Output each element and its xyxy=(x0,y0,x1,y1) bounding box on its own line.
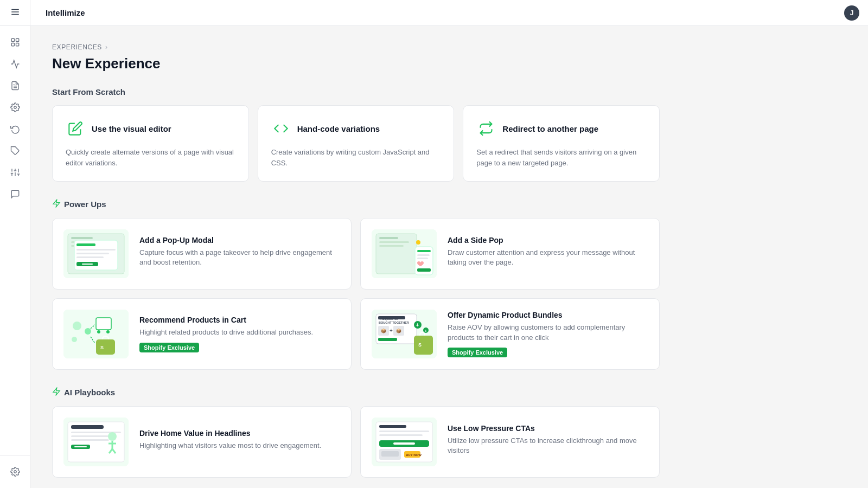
svg-text:+: + xyxy=(425,329,427,333)
sidebar-item-bottom-settings[interactable] xyxy=(5,462,25,481)
main-content: EXPERIENCES › New Experience Start From … xyxy=(30,26,868,488)
svg-point-54 xyxy=(106,330,110,333)
svg-point-42 xyxy=(416,240,420,245)
svg-rect-82 xyxy=(71,435,114,437)
svg-point-51 xyxy=(72,337,77,342)
sidebar-item-reports[interactable] xyxy=(5,76,25,95)
low-pressure-ctas-image: BUY NOW xyxy=(372,418,437,466)
card-visual-editor-title: Use the visual editor xyxy=(92,124,171,133)
playbook-grid: Drive Home Value in Headlines Highlighti… xyxy=(52,406,660,478)
svg-point-49 xyxy=(73,322,81,330)
headlines-title: Drive Home Value in Headlines xyxy=(139,429,340,438)
card-recommend-products[interactable]: S Recommend Products in Cart Highlight r… xyxy=(52,298,352,370)
svg-text:BUY NOW: BUY NOW xyxy=(406,453,422,457)
sidebar-bottom xyxy=(0,455,30,488)
svg-rect-39 xyxy=(379,237,398,239)
recommend-products-image: S xyxy=(63,310,129,358)
card-hand-code[interactable]: Hand-code variations Create variations b… xyxy=(258,105,455,182)
svg-text:S: S xyxy=(100,345,104,350)
card-visual-editor[interactable]: Use the visual editor Quickly create alt… xyxy=(52,105,249,182)
card-visual-editor-header: Use the visual editor xyxy=(66,119,235,138)
sidebar-item-filters[interactable] xyxy=(5,163,25,182)
svg-rect-32 xyxy=(76,249,116,251)
svg-rect-101 xyxy=(381,451,399,457)
svg-rect-97 xyxy=(393,442,415,445)
sidebar-item-settings-gear[interactable] xyxy=(5,98,25,117)
svg-rect-95 xyxy=(379,434,423,436)
svg-rect-38 xyxy=(376,234,417,274)
powerups-section-heading: Power Ups xyxy=(52,199,660,209)
sidebar-item-analytics[interactable] xyxy=(5,54,25,74)
svg-text:FREQUENTLY: FREQUENTLY xyxy=(379,317,399,320)
svg-rect-83 xyxy=(71,439,109,441)
low-pressure-ctas-desc: Utilize low pressure CTAs to increase cl… xyxy=(448,436,648,455)
svg-rect-31 xyxy=(76,243,95,246)
svg-text:BOUGHT TOGETHER: BOUGHT TOGETHER xyxy=(379,321,409,324)
scratch-section-heading: Start From Scratch xyxy=(52,87,660,97)
svg-point-86 xyxy=(108,432,117,441)
breadcrumb-chevron-icon: › xyxy=(105,43,108,51)
powerup-grid: Add a Pop-Up Modal Capture focus with a … xyxy=(52,218,660,370)
svg-rect-94 xyxy=(379,431,429,432)
sidebar-nav xyxy=(5,26,25,455)
headlines-image xyxy=(63,418,129,466)
svg-rect-80 xyxy=(71,425,104,429)
topbar: Intellimize J xyxy=(0,0,868,26)
svg-rect-93 xyxy=(379,425,406,428)
svg-rect-4 xyxy=(16,38,18,41)
card-visual-editor-desc: Quickly create alternate versions of a p… xyxy=(66,147,235,168)
svg-rect-45 xyxy=(417,254,430,256)
svg-point-53 xyxy=(97,330,100,333)
sidebar-item-dashboard[interactable] xyxy=(5,33,25,52)
sidebar-item-history[interactable] xyxy=(5,119,25,139)
card-headlines[interactable]: Drive Home Value in Headlines Highlighti… xyxy=(52,406,352,478)
low-pressure-ctas-content: Use Low Pressure CTAs Utilize low pressu… xyxy=(448,424,648,460)
card-redirect-desc: Set a redirect that sends visitors arriv… xyxy=(476,147,646,168)
popup-modal-desc: Capture focus with a page takeover to he… xyxy=(139,248,340,267)
edit-icon xyxy=(66,119,85,138)
svg-text:📦: 📦 xyxy=(381,328,386,333)
popup-modal-image xyxy=(63,229,129,278)
popup-modal-title: Add a Pop-Up Modal xyxy=(139,236,340,245)
card-low-pressure-ctas[interactable]: BUY NOW Use Low Pressure CTAs Utilize lo… xyxy=(360,406,660,478)
svg-text:S: S xyxy=(418,342,422,348)
recommend-products-content: Recommend Products in Cart Highlight rel… xyxy=(139,316,340,352)
product-bundles-title: Offer Dynamic Product Bundles xyxy=(448,311,648,319)
product-bundles-desc: Raise AOV by allowing customers to add c… xyxy=(448,323,648,342)
svg-marker-24 xyxy=(53,200,60,207)
sidebar-item-integrations[interactable] xyxy=(5,141,25,160)
svg-rect-46 xyxy=(417,258,428,259)
sidebar-item-messages[interactable] xyxy=(5,184,25,204)
menu-icon[interactable] xyxy=(10,7,20,19)
card-hand-code-desc: Create variations by writing custom Java… xyxy=(271,147,441,168)
svg-rect-41 xyxy=(379,245,404,247)
page-title: New Experience xyxy=(52,55,660,72)
shopify-badge-recommend: Shopify Exclusive xyxy=(139,343,199,352)
playbooks-icon xyxy=(52,387,61,397)
card-side-pop[interactable]: Add a Side Pop Draw customer attention a… xyxy=(360,218,660,290)
breadcrumb-parent[interactable]: EXPERIENCES xyxy=(52,43,102,51)
svg-rect-44 xyxy=(417,250,431,252)
card-hand-code-header: Hand-code variations xyxy=(271,119,441,138)
powerups-icon xyxy=(52,199,61,209)
side-pop-desc: Draw customer attention and express your… xyxy=(448,248,648,267)
playbooks-heading-label: AI Playbooks xyxy=(64,388,115,397)
card-hand-code-title: Hand-code variations xyxy=(297,124,380,133)
product-bundles-content: Offer Dynamic Product Bundles Raise AOV … xyxy=(448,311,648,357)
svg-text:📦: 📦 xyxy=(396,328,401,333)
product-bundles-image: FREQUENTLY BOUGHT TOGETHER 📦 + 📦 S xyxy=(372,310,437,358)
card-redirect-header: Redirect to another page xyxy=(476,119,646,138)
card-redirect-title: Redirect to another page xyxy=(502,124,598,133)
popup-modal-content: Add a Pop-Up Modal Capture focus with a … xyxy=(139,236,340,272)
card-product-bundles[interactable]: FREQUENTLY BOUGHT TOGETHER 📦 + 📦 S xyxy=(360,298,660,370)
svg-rect-33 xyxy=(76,253,109,254)
user-avatar[interactable]: J xyxy=(844,5,859,21)
card-popup-modal[interactable]: Add a Pop-Up Modal Capture focus with a … xyxy=(52,218,352,290)
app-name: Intellimize xyxy=(46,8,85,17)
scratch-grid: Use the visual editor Quickly create alt… xyxy=(52,105,660,182)
card-redirect[interactable]: Redirect to another page Set a redirect … xyxy=(463,105,660,182)
svg-rect-85 xyxy=(74,446,87,447)
svg-point-20 xyxy=(14,471,16,473)
code-icon xyxy=(271,119,291,138)
svg-rect-34 xyxy=(76,256,104,258)
